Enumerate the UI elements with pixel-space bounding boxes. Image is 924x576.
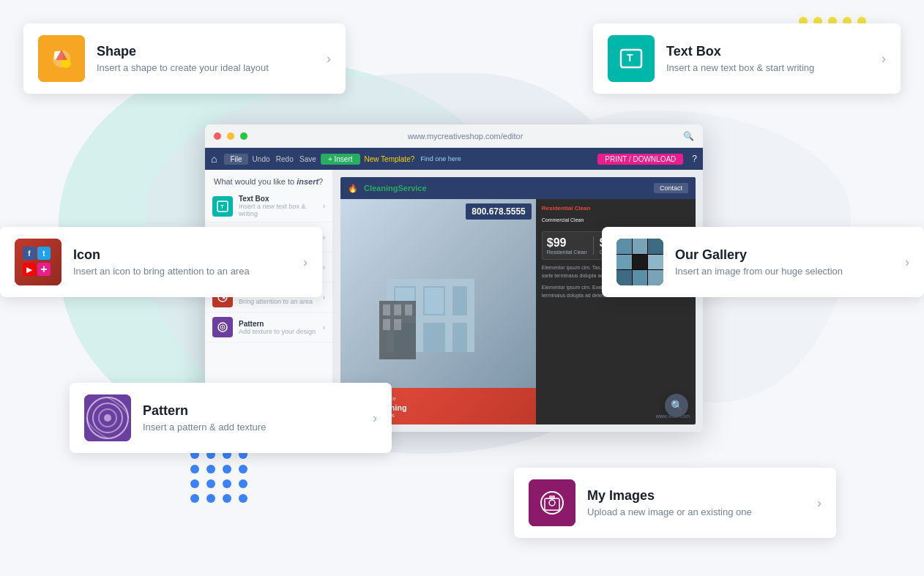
textbox-card-desc: Insert a new text box & start writing xyxy=(666,62,870,73)
textbox-card-arrow: › xyxy=(882,51,886,67)
toolbar-new-template-text: New Template? xyxy=(365,155,415,163)
blue-dots-decoration xyxy=(190,450,249,503)
svg-rect-22 xyxy=(452,286,467,315)
ad-residential-label: Residential Clean xyxy=(542,205,690,212)
svg-rect-41 xyxy=(549,495,555,499)
textbox-card[interactable]: T Text Box Insert a new text box & start… xyxy=(593,23,901,94)
panel-item-pattern-icon xyxy=(212,317,233,337)
svg-point-40 xyxy=(549,500,555,506)
myimages-card-text: My Images Upload a new image or an exist… xyxy=(587,488,805,517)
icon-card-arrow: › xyxy=(303,255,308,270)
myimages-card-title: My Images xyxy=(587,488,805,504)
icon-card-desc: Insert an icon to bring attention to an … xyxy=(73,266,291,277)
gallery-card-title: Our Gallery xyxy=(675,247,893,263)
gallery-card-arrow: › xyxy=(905,255,909,270)
gallery-card-text: Our Gallery Insert an image from our hug… xyxy=(675,247,893,277)
pattern-card-title: Pattern xyxy=(143,403,361,419)
gallery-card[interactable]: Our Gallery Insert an image from our hug… xyxy=(602,227,924,297)
toolbar-menu-items: Undo Redo Save xyxy=(253,155,316,163)
browser-search-icon: 🔍 xyxy=(683,131,694,141)
pattern-card-desc: Insert a pattern & add texture xyxy=(143,422,361,433)
panel-item-textbox-text: Text Box Insert a new text box & writing xyxy=(239,195,317,217)
shape-card-arrow: › xyxy=(327,51,331,67)
cleaning-ad: 🔥 CleaningService Contact 800.678.5555 xyxy=(340,177,696,424)
panel-question: What would you like to insert? xyxy=(205,170,332,190)
pattern-card-text: Pattern Insert a pattern & add texture xyxy=(143,403,361,433)
toolbar-find-one-link[interactable]: Find one here xyxy=(420,155,461,162)
toolbar-home-icon: ⌂ xyxy=(211,153,217,165)
ad-logo: CleaningService xyxy=(364,184,427,192)
svg-rect-25 xyxy=(452,323,467,352)
gallery-card-desc: Insert an image from our huge selection xyxy=(675,266,893,277)
gallery-grid xyxy=(616,239,663,285)
svg-rect-24 xyxy=(423,323,445,352)
shape-card-title: Shape xyxy=(97,44,315,59)
myimages-card[interactable]: My Images Upload a new image or an exist… xyxy=(514,468,836,538)
ad-contact-btn: Contact xyxy=(654,183,688,193)
panel-item-pattern-text: Pattern Add texture to your design xyxy=(239,320,316,335)
twitter-mini-icon: t xyxy=(37,247,51,260)
svg-rect-32 xyxy=(383,319,390,330)
shape-card[interactable]: Shape Insert a shape to create your idea… xyxy=(23,23,346,94)
svg-point-37 xyxy=(104,414,111,422)
icon-card-icon: f t ▶ + xyxy=(15,239,62,285)
panel-item-textbox-icon: T xyxy=(212,196,233,217)
plus-mini-icon: + xyxy=(37,263,51,276)
svg-text:T: T xyxy=(220,203,224,210)
icon-card-title: Icon xyxy=(73,247,291,263)
icon-card-text: Icon Insert an icon to bring attention t… xyxy=(73,247,291,277)
shape-card-text: Shape Insert a shape to create your idea… xyxy=(97,44,315,73)
svg-point-18 xyxy=(222,326,223,328)
youtube-mini-icon: ▶ xyxy=(23,263,36,276)
svg-rect-29 xyxy=(383,304,390,315)
shape-card-desc: Insert a shape to create your ideal layo… xyxy=(97,62,315,73)
gallery-card-icon xyxy=(616,239,663,285)
ad-website: www.vicer.com xyxy=(542,414,690,419)
myimages-card-icon xyxy=(529,479,575,526)
ad-price-1: $99 Residential Clean xyxy=(547,236,587,255)
toolbar-help-icon: ? xyxy=(692,154,697,164)
browser-toolbar: ⌂ File Undo Redo Save + Insert New Templ… xyxy=(205,148,703,170)
ad-phone-number: 800.678.5555 xyxy=(472,206,525,217)
toolbar-file-btn[interactable]: File xyxy=(224,154,247,165)
ad-commercial-label: Commercial Clean xyxy=(542,217,690,222)
ad-fire-icon: 🔥 xyxy=(348,184,358,193)
browser-address-bar: www.mycreativeshop.com/editor 🔍 xyxy=(205,124,703,148)
zoom-button[interactable]: 🔍 xyxy=(665,394,688,417)
browser-close-dot xyxy=(214,132,221,140)
svg-rect-33 xyxy=(394,319,401,330)
facebook-mini-icon: f xyxy=(23,247,36,260)
svg-text:T: T xyxy=(627,52,633,64)
ad-phone-overlay: 800.678.5555 xyxy=(466,203,531,220)
shape-card-icon xyxy=(38,35,85,82)
toolbar-print-btn[interactable]: PRINT / DOWNLOAD xyxy=(597,154,683,165)
panel-item-textbox[interactable]: T Text Box Insert a new text box & writi… xyxy=(205,190,332,222)
svg-rect-30 xyxy=(394,304,401,315)
panel-item-pattern[interactable]: Pattern Add texture to your design › xyxy=(205,313,332,343)
svg-rect-31 xyxy=(405,304,412,315)
pattern-card-arrow: › xyxy=(373,411,377,426)
svg-rect-27 xyxy=(425,288,444,314)
textbox-card-title: Text Box xyxy=(666,44,870,59)
browser-url-text: www.mycreativeshop.com/editor xyxy=(253,132,677,141)
textbox-card-text: Text Box Insert a new text box & start w… xyxy=(666,44,870,73)
toolbar-insert-btn[interactable]: + Insert xyxy=(321,154,360,165)
myimages-card-desc: Upload a new image or an existing one xyxy=(587,506,805,517)
browser-max-dot xyxy=(240,132,247,140)
browser-min-dot xyxy=(227,132,234,140)
ad-header: 🔥 CleaningService Contact xyxy=(340,177,696,199)
icon-card[interactable]: f t ▶ + Icon Insert an icon to bring att… xyxy=(0,227,322,297)
textbox-card-icon: T xyxy=(608,35,655,82)
pattern-card[interactable]: Pattern Insert a pattern & add texture › xyxy=(70,383,392,453)
pattern-card-icon xyxy=(84,394,131,441)
myimages-card-arrow: › xyxy=(817,495,821,511)
